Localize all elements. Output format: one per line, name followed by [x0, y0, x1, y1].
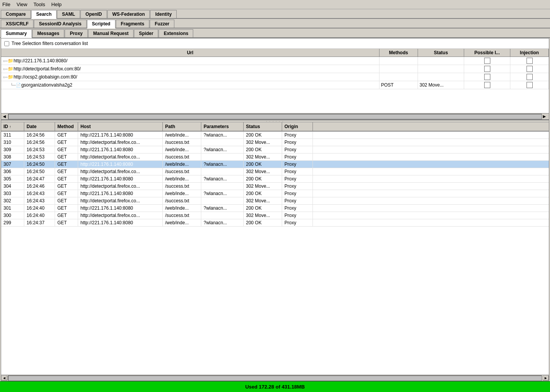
- cell-id: 307: [1, 161, 24, 168]
- tab-openid[interactable]: OpenID: [80, 10, 107, 18]
- table-row[interactable]: 30316:24:43GEThttp://221.176.1.140:8080/…: [1, 190, 549, 197]
- col-path[interactable]: Path: [163, 122, 201, 131]
- tab-row-1: Compare Search SAML OpenID WS-Federation…: [0, 9, 550, 19]
- data-body[interactable]: 31116:24:56GEThttp://221.176.1.140:8080/…: [1, 132, 549, 375]
- col-date[interactable]: Date: [24, 122, 55, 131]
- tree-row[interactable]: ○─ 📁 http://221.176.1.140:8080/: [1, 57, 549, 65]
- tree-col-possible[interactable]: Possible I...: [464, 49, 510, 57]
- cell-host: http://221.176.1.140:8080: [78, 175, 163, 182]
- menu-file[interactable]: File: [2, 2, 10, 7]
- cell-params: [201, 139, 244, 146]
- possible-checkbox[interactable]: [484, 66, 490, 72]
- tree-body[interactable]: ○─ 📁 http://221.176.1.140:8080/ ○─ 📁 htt…: [1, 57, 549, 113]
- cell-id: 311: [1, 132, 24, 138]
- table-row[interactable]: 30016:24:40GEThttp://detectportal.firefo…: [1, 212, 549, 219]
- injection-checkbox[interactable]: [527, 58, 533, 64]
- table-row[interactable]: 30516:24:47GEThttp://221.176.1.140:8080/…: [1, 175, 549, 183]
- menu-help[interactable]: Help: [51, 2, 62, 7]
- tab-fragments[interactable]: Fragments: [116, 20, 149, 28]
- tab-compare[interactable]: Compare: [1, 10, 31, 18]
- tab-extensions[interactable]: Extensions: [159, 29, 193, 37]
- table-row[interactable]: 31016:24:56GEThttp://detectportal.firefo…: [1, 139, 549, 146]
- cell-params: ?wlanacn...: [201, 205, 244, 212]
- cell-id: 305: [1, 175, 24, 182]
- tab-spider[interactable]: Spider: [134, 29, 158, 37]
- tab-row-3: Summary Messages Proxy Manual Request Sp…: [0, 28, 550, 38]
- injection-checkbox[interactable]: [527, 74, 533, 80]
- tab-saml[interactable]: SAML: [57, 10, 80, 18]
- tab-sessionid[interactable]: SessionID Analysis: [34, 20, 86, 28]
- col-host[interactable]: Host: [78, 122, 163, 131]
- cell-status: 302 Move...: [244, 197, 282, 204]
- cell-host: http://detectportal.firefox.co...: [78, 212, 163, 219]
- menu-tools[interactable]: Tools: [33, 2, 45, 7]
- cell-date: 16:24:50: [24, 161, 55, 168]
- tab-fuzzer[interactable]: Fuzzer: [150, 20, 174, 28]
- cell-method: GET: [55, 205, 78, 212]
- tab-identity[interactable]: Identity: [150, 10, 177, 18]
- tree-row[interactable]: ○─ 📁 http://detectportal.firefox.com:80/: [1, 65, 549, 73]
- tab-search[interactable]: Search: [31, 10, 57, 19]
- possible-checkbox[interactable]: [484, 58, 490, 64]
- menu-view[interactable]: View: [17, 2, 27, 7]
- tab-messages[interactable]: Messages: [32, 29, 64, 37]
- table-row[interactable]: 31116:24:56GEThttp://221.176.1.140:8080/…: [1, 132, 549, 139]
- table-row[interactable]: 30416:24:46GEThttp://detectportal.firefo…: [1, 183, 549, 190]
- cell-method: GET: [55, 175, 78, 182]
- table-row[interactable]: 30916:24:53GEThttp://221.176.1.140:8080/…: [1, 146, 549, 153]
- tree-col-injection[interactable]: Injection: [510, 49, 549, 57]
- col-parameters[interactable]: Parameters: [201, 122, 244, 131]
- cell-id: 299: [1, 219, 24, 226]
- tab-row-2: XSS/CRLF SessionID Analysis Scripted Fra…: [0, 19, 550, 28]
- table-row[interactable]: 30216:24:43GEThttp://detectportal.firefo…: [1, 197, 549, 205]
- injection-checkbox[interactable]: [527, 82, 533, 88]
- tree-url-text: gsorganizationvalsha2g2: [21, 82, 72, 88]
- tree-row[interactable]: ○─ 📁 http://ocsp2.globalsign.com:80/: [1, 73, 549, 81]
- col-origin[interactable]: Origin: [282, 122, 313, 131]
- cell-status: 200 OK: [244, 132, 282, 138]
- tab-scripted[interactable]: Scripted: [87, 20, 115, 28]
- tree-row[interactable]: └─ 📄 gsorganizationvalsha2g2 POST 302 Mo…: [1, 81, 549, 89]
- possible-checkbox[interactable]: [484, 74, 490, 80]
- bottom-scroll-track[interactable]: [8, 375, 542, 381]
- scroll-track[interactable]: [8, 114, 542, 119]
- tree-col-url[interactable]: Url: [1, 49, 379, 57]
- col-status[interactable]: Status: [244, 122, 282, 131]
- scroll-right-btn[interactable]: ►: [543, 375, 549, 380]
- bottom-scrollbar[interactable]: ◄ ►: [1, 375, 549, 381]
- tree-cell-methods: [379, 73, 418, 81]
- tree-cell-status: 302 Move...: [418, 81, 464, 89]
- scroll-right-btn[interactable]: ►: [542, 113, 548, 119]
- scroll-left-btn[interactable]: ◄: [1, 375, 7, 380]
- cell-id: 300: [1, 212, 24, 219]
- tab-wsfed[interactable]: WS-Federation: [107, 10, 150, 18]
- possible-checkbox[interactable]: [484, 82, 490, 88]
- tab-proxy[interactable]: Proxy: [65, 29, 88, 37]
- tab-xss-crlf[interactable]: XSS/CRLF: [1, 20, 33, 28]
- cell-path: /web/inde...: [163, 205, 201, 212]
- tree-h-scrollbar[interactable]: ◄ ►: [1, 113, 549, 119]
- tab-manual-request[interactable]: Manual Request: [88, 29, 134, 37]
- table-row[interactable]: 30716:24:50GEThttp://221.176.1.140:8080/…: [1, 161, 549, 168]
- cell-params: [201, 153, 244, 160]
- tree-cell-injection: [510, 73, 549, 81]
- cell-date: 16:24:46: [24, 183, 55, 190]
- tree-cell-url: ○─ 📁 http://221.176.1.140:8080/: [1, 57, 379, 65]
- tree-cell-possible: [464, 65, 510, 73]
- table-row[interactable]: 30816:24:53GEThttp://detectportal.firefo…: [1, 153, 549, 161]
- cell-method: GET: [55, 190, 78, 197]
- table-row[interactable]: 30616:24:50GEThttp://detectportal.firefo…: [1, 168, 549, 175]
- tree-filter-checkbox[interactable]: [4, 41, 9, 46]
- table-row[interactable]: 30116:24:40GEThttp://221.176.1.140:8080/…: [1, 205, 549, 212]
- table-row[interactable]: 29916:24:37GEThttp://221.176.1.140:8080/…: [1, 219, 549, 227]
- folder-icon: 📁: [8, 58, 13, 63]
- col-method[interactable]: Method: [55, 122, 78, 131]
- cell-path: /web/inde...: [163, 132, 201, 138]
- tree-col-status[interactable]: Status: [418, 49, 464, 57]
- scroll-left-btn[interactable]: ◄: [2, 113, 8, 119]
- col-id[interactable]: ID ↑: [1, 122, 24, 131]
- cell-id: 306: [1, 168, 24, 175]
- tab-summary[interactable]: Summary: [1, 29, 32, 38]
- tree-col-methods[interactable]: Methods: [379, 49, 418, 57]
- injection-checkbox[interactable]: [527, 66, 533, 72]
